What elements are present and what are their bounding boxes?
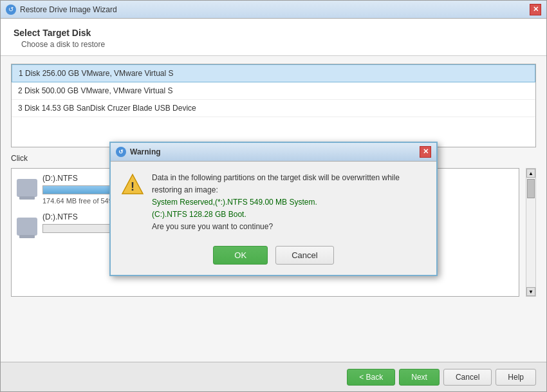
window-title: Restore Drive Image Wizard (20, 5, 117, 14)
warning-dialog: ↺ Warning ✕ ! Data in the following part… (109, 142, 438, 277)
app-icon: ↺ (6, 5, 16, 15)
dialog-msg-3: System Reserved,(*:).NTFS 549.00 MB Syst… (152, 198, 317, 207)
dialog-title-text: Warning (130, 147, 161, 156)
next-button[interactable]: Next (399, 369, 440, 386)
svg-text:!: ! (131, 180, 134, 193)
title-bar: ↺ Restore Drive Image Wizard ✕ (1, 1, 546, 19)
dialog-ok-button[interactable]: OK (213, 246, 268, 265)
main-window: ↺ Restore Drive Image Wizard ✕ Select Ta… (0, 0, 547, 392)
dialog-cancel-button[interactable]: Cancel (275, 246, 333, 265)
bottom-toolbar: < Back Next Cancel Help (1, 362, 546, 391)
dialog-buttons: OK Cancel (111, 241, 436, 275)
window-close-button[interactable]: ✕ (530, 4, 541, 15)
dialog-overlay: ↺ Warning ✕ ! Data in the following part… (1, 56, 546, 362)
title-bar-left: ↺ Restore Drive Image Wizard (6, 5, 117, 15)
header-section: Select Target Disk Choose a disk to rest… (1, 19, 546, 56)
dialog-msg-5: Are you sure you want to continue? (152, 222, 273, 231)
warning-icon: ! (121, 173, 144, 196)
dialog-msg-1: Data in the following partitions on the … (152, 173, 400, 182)
dialog-close-button[interactable]: ✕ (420, 146, 431, 158)
dialog-app-icon: ↺ (116, 147, 126, 157)
cancel-button[interactable]: Cancel (443, 369, 492, 386)
help-button[interactable]: Help (496, 369, 536, 386)
dialog-title-bar: ↺ Warning ✕ (111, 143, 436, 162)
back-button[interactable]: < Back (347, 369, 395, 386)
content-area: 1 Disk 256.00 GB VMware, VMware Virtual … (1, 56, 546, 362)
dialog-title-left: ↺ Warning (116, 147, 161, 157)
dialog-msg-4: (C:).NTFS 128.28 GB Boot. (152, 210, 246, 219)
dialog-body: ! Data in the following partitions on th… (111, 162, 436, 241)
dialog-text: Data in the following partitions on the … (152, 172, 400, 234)
header-subtitle: Choose a disk to restore (21, 40, 533, 49)
header-title: Select Target Disk (14, 28, 533, 38)
dialog-msg-2: restoring an image: (152, 185, 218, 194)
